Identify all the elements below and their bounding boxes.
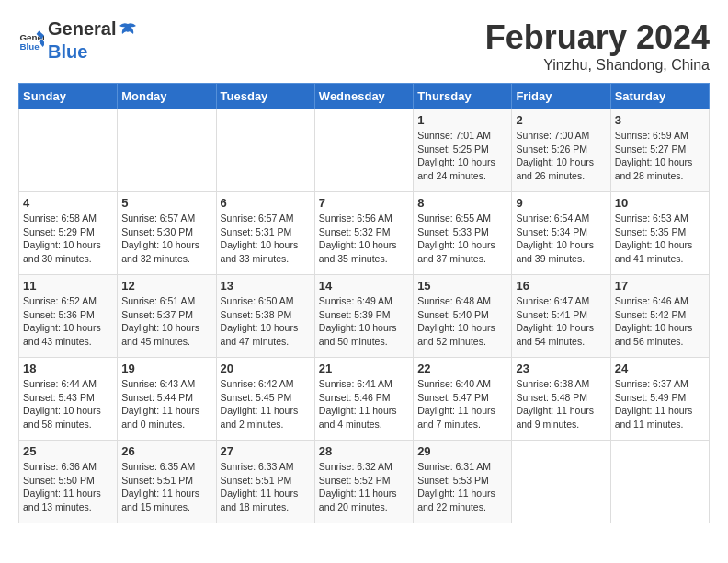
- col-header-friday: Friday: [512, 84, 610, 109]
- title-area: February 2024 Yinzhu, Shandong, China: [485, 18, 710, 74]
- logo-icon: General Blue: [18, 28, 44, 53]
- day-cell: 3Sunrise: 6:59 AMSunset: 5:27 PMDaylight…: [610, 109, 709, 192]
- week-row-1: 1Sunrise: 7:01 AMSunset: 5:25 PMDaylight…: [19, 109, 710, 192]
- day-cell: 22Sunrise: 6:40 AMSunset: 5:47 PMDayligh…: [414, 358, 512, 441]
- logo-general: General: [48, 18, 116, 39]
- day-number: 2: [516, 113, 606, 127]
- day-info: Sunrise: 6:52 AMSunset: 5:36 PMDaylight:…: [23, 294, 113, 349]
- day-info: Sunrise: 6:31 AMSunset: 5:53 PMDaylight:…: [417, 460, 507, 514]
- day-cell: 29Sunrise: 6:31 AMSunset: 5:53 PMDayligh…: [414, 441, 512, 523]
- col-header-sunday: Sunday: [19, 84, 118, 109]
- day-number: 10: [615, 196, 705, 210]
- col-header-monday: Monday: [118, 84, 216, 109]
- day-number: 13: [221, 279, 311, 293]
- day-number: 1: [417, 113, 507, 127]
- day-number: 25: [23, 444, 113, 458]
- logo-text: General Blue: [48, 18, 140, 63]
- day-number: 11: [23, 279, 113, 293]
- day-cell: 27Sunrise: 6:33 AMSunset: 5:51 PMDayligh…: [216, 441, 314, 523]
- day-number: 20: [221, 362, 311, 375]
- day-info: Sunrise: 6:50 AMSunset: 5:38 PMDaylight:…: [221, 294, 311, 349]
- day-cell: 15Sunrise: 6:48 AMSunset: 5:40 PMDayligh…: [414, 275, 512, 358]
- day-number: 22: [417, 362, 507, 375]
- day-cell: 4Sunrise: 6:58 AMSunset: 5:29 PMDaylight…: [19, 192, 118, 275]
- day-cell: 16Sunrise: 6:47 AMSunset: 5:41 PMDayligh…: [512, 275, 610, 358]
- day-cell: 19Sunrise: 6:43 AMSunset: 5:44 PMDayligh…: [118, 358, 216, 441]
- day-info: Sunrise: 6:47 AMSunset: 5:41 PMDaylight:…: [516, 294, 606, 349]
- day-info: Sunrise: 6:57 AMSunset: 5:31 PMDaylight:…: [221, 212, 311, 266]
- day-number: 19: [121, 362, 211, 375]
- day-number: 21: [319, 362, 409, 375]
- day-info: Sunrise: 6:48 AMSunset: 5:40 PMDaylight:…: [417, 294, 507, 349]
- day-info: Sunrise: 6:40 AMSunset: 5:47 PMDaylight:…: [417, 377, 507, 431]
- day-number: 12: [121, 279, 211, 293]
- day-number: 24: [615, 362, 705, 375]
- day-number: 17: [615, 279, 705, 293]
- day-cell: 13Sunrise: 6:50 AMSunset: 5:38 PMDayligh…: [216, 275, 314, 358]
- day-number: 8: [417, 196, 507, 210]
- day-info: Sunrise: 6:55 AMSunset: 5:33 PMDaylight:…: [417, 212, 507, 266]
- day-info: Sunrise: 6:57 AMSunset: 5:30 PMDaylight:…: [121, 212, 211, 266]
- day-info: Sunrise: 6:59 AMSunset: 5:27 PMDaylight:…: [615, 129, 705, 183]
- day-cell: 28Sunrise: 6:32 AMSunset: 5:52 PMDayligh…: [314, 441, 413, 523]
- day-number: 28: [319, 444, 409, 458]
- week-row-3: 11Sunrise: 6:52 AMSunset: 5:36 PMDayligh…: [19, 275, 710, 358]
- col-header-thursday: Thursday: [414, 84, 512, 109]
- header: General Blue General Blue February 2024 …: [18, 18, 710, 74]
- day-info: Sunrise: 6:42 AMSunset: 5:45 PMDaylight:…: [221, 377, 311, 431]
- day-info: Sunrise: 6:53 AMSunset: 5:35 PMDaylight:…: [615, 212, 705, 266]
- day-cell: 10Sunrise: 6:53 AMSunset: 5:35 PMDayligh…: [610, 192, 709, 275]
- day-cell: 2Sunrise: 7:00 AMSunset: 5:26 PMDaylight…: [512, 109, 610, 192]
- day-info: Sunrise: 6:37 AMSunset: 5:49 PMDaylight:…: [615, 377, 705, 431]
- day-info: Sunrise: 6:46 AMSunset: 5:42 PMDaylight:…: [615, 294, 705, 349]
- day-cell: 8Sunrise: 6:55 AMSunset: 5:33 PMDaylight…: [414, 192, 512, 275]
- week-row-5: 25Sunrise: 6:36 AMSunset: 5:50 PMDayligh…: [19, 441, 710, 523]
- day-info: Sunrise: 6:51 AMSunset: 5:37 PMDaylight:…: [121, 294, 211, 349]
- day-cell: 9Sunrise: 6:54 AMSunset: 5:34 PMDaylight…: [512, 192, 610, 275]
- day-info: Sunrise: 6:44 AMSunset: 5:43 PMDaylight:…: [23, 377, 113, 431]
- svg-text:Blue: Blue: [19, 41, 40, 52]
- day-cell: 24Sunrise: 6:37 AMSunset: 5:49 PMDayligh…: [610, 358, 709, 441]
- day-info: Sunrise: 6:54 AMSunset: 5:34 PMDaylight:…: [516, 212, 606, 266]
- day-number: 16: [516, 279, 606, 293]
- day-info: Sunrise: 6:38 AMSunset: 5:48 PMDaylight:…: [516, 377, 606, 431]
- day-cell: 5Sunrise: 6:57 AMSunset: 5:30 PMDaylight…: [118, 192, 216, 275]
- day-number: 9: [516, 196, 606, 210]
- logo-bird-icon: [118, 21, 138, 41]
- day-cell: 1Sunrise: 7:01 AMSunset: 5:25 PMDaylight…: [414, 109, 512, 192]
- day-number: 4: [23, 196, 113, 210]
- day-info: Sunrise: 7:01 AMSunset: 5:25 PMDaylight:…: [417, 129, 507, 183]
- week-row-4: 18Sunrise: 6:44 AMSunset: 5:43 PMDayligh…: [19, 358, 710, 441]
- day-cell: [118, 109, 216, 192]
- day-number: 15: [417, 279, 507, 293]
- day-number: 7: [319, 196, 409, 210]
- week-row-2: 4Sunrise: 6:58 AMSunset: 5:29 PMDaylight…: [19, 192, 710, 275]
- day-number: 23: [516, 362, 606, 375]
- day-cell: 17Sunrise: 6:46 AMSunset: 5:42 PMDayligh…: [610, 275, 709, 358]
- day-info: Sunrise: 6:56 AMSunset: 5:32 PMDaylight:…: [319, 212, 409, 266]
- day-info: Sunrise: 6:36 AMSunset: 5:50 PMDaylight:…: [23, 460, 113, 514]
- day-cell: [512, 441, 610, 523]
- day-number: 27: [221, 444, 311, 458]
- day-cell: 12Sunrise: 6:51 AMSunset: 5:37 PMDayligh…: [118, 275, 216, 358]
- day-info: Sunrise: 6:33 AMSunset: 5:51 PMDaylight:…: [221, 460, 311, 514]
- calendar-header-row: SundayMondayTuesdayWednesdayThursdayFrid…: [19, 84, 710, 109]
- day-cell: 7Sunrise: 6:56 AMSunset: 5:32 PMDaylight…: [314, 192, 413, 275]
- subtitle: Yinzhu, Shandong, China: [485, 57, 710, 74]
- day-cell: 20Sunrise: 6:42 AMSunset: 5:45 PMDayligh…: [216, 358, 314, 441]
- day-cell: 11Sunrise: 6:52 AMSunset: 5:36 PMDayligh…: [19, 275, 118, 358]
- col-header-wednesday: Wednesday: [314, 84, 413, 109]
- day-number: 29: [417, 444, 507, 458]
- day-number: 5: [121, 196, 211, 210]
- day-info: Sunrise: 6:32 AMSunset: 5:52 PMDaylight:…: [319, 460, 409, 514]
- day-cell: [216, 109, 314, 192]
- main-title: February 2024: [485, 18, 710, 57]
- day-cell: 21Sunrise: 6:41 AMSunset: 5:46 PMDayligh…: [314, 358, 413, 441]
- day-number: 18: [23, 362, 113, 375]
- day-cell: [19, 109, 118, 192]
- col-header-saturday: Saturday: [610, 84, 709, 109]
- day-info: Sunrise: 6:41 AMSunset: 5:46 PMDaylight:…: [319, 377, 409, 431]
- logo-blue: Blue: [48, 41, 87, 62]
- day-cell: [610, 441, 709, 523]
- day-info: Sunrise: 6:43 AMSunset: 5:44 PMDaylight:…: [121, 377, 211, 431]
